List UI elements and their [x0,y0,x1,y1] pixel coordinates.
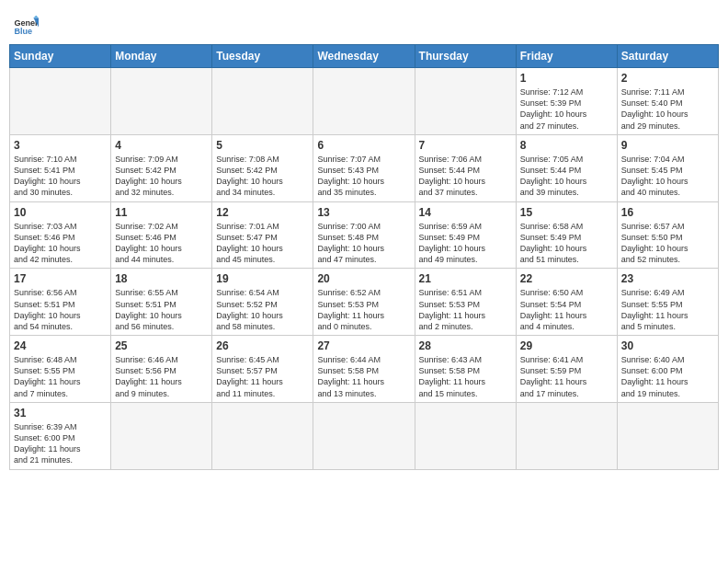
day-number: 12 [216,205,309,220]
calendar-day-cell [111,68,212,135]
day-number: 7 [419,138,512,153]
calendar-day-cell: 3Sunrise: 7:10 AM Sunset: 5:41 PM Daylig… [10,134,111,201]
day-info: Sunrise: 6:45 AM Sunset: 5:57 PM Dayligh… [216,354,309,399]
day-info: Sunrise: 7:12 AM Sunset: 5:39 PM Dayligh… [520,86,613,132]
day-number: 11 [115,205,208,220]
day-info: Sunrise: 6:56 AM Sunset: 5:51 PM Dayligh… [14,287,107,332]
calendar-day-cell: 28Sunrise: 6:43 AM Sunset: 5:58 PM Dayli… [415,336,516,403]
day-info: Sunrise: 7:10 AM Sunset: 5:41 PM Dayligh… [14,154,107,199]
calendar-day-cell [212,68,313,135]
day-number: 22 [520,271,613,286]
calendar-day-cell [313,402,415,469]
day-info: Sunrise: 7:04 AM Sunset: 5:45 PM Dayligh… [621,154,714,199]
day-info: Sunrise: 7:07 AM Sunset: 5:43 PM Dayligh… [317,154,410,199]
calendar-week-row: 24Sunrise: 6:48 AM Sunset: 5:55 PM Dayli… [10,336,719,403]
day-number: 20 [317,271,410,286]
day-info: Sunrise: 6:54 AM Sunset: 5:52 PM Dayligh… [216,287,309,332]
calendar-day-cell: 5Sunrise: 7:08 AM Sunset: 5:42 PM Daylig… [212,134,313,201]
day-number: 1 [520,71,613,86]
calendar-day-cell: 27Sunrise: 6:44 AM Sunset: 5:58 PM Dayli… [313,336,415,403]
calendar-day-cell: 11Sunrise: 7:02 AM Sunset: 5:46 PM Dayli… [111,201,212,269]
day-number: 18 [115,271,208,286]
calendar-day-cell [212,402,313,469]
calendar-day-cell: 9Sunrise: 7:04 AM Sunset: 5:45 PM Daylig… [617,134,718,201]
day-info: Sunrise: 6:57 AM Sunset: 5:50 PM Dayligh… [621,221,714,266]
day-number: 15 [520,205,613,220]
calendar-week-row: 17Sunrise: 6:56 AM Sunset: 5:51 PM Dayli… [10,269,719,336]
day-number: 31 [14,406,107,420]
day-number: 23 [621,271,714,286]
calendar-day-cell: 4Sunrise: 7:09 AM Sunset: 5:42 PM Daylig… [111,134,212,201]
day-info: Sunrise: 6:48 AM Sunset: 5:55 PM Dayligh… [14,354,107,399]
day-info: Sunrise: 6:59 AM Sunset: 5:49 PM Dayligh… [419,221,512,266]
calendar-day-cell: 29Sunrise: 6:41 AM Sunset: 5:59 PM Dayli… [516,336,617,403]
day-info: Sunrise: 6:46 AM Sunset: 5:56 PM Dayligh… [115,354,208,399]
calendar-day-cell: 22Sunrise: 6:50 AM Sunset: 5:54 PM Dayli… [516,269,617,336]
calendar-day-cell: 8Sunrise: 7:05 AM Sunset: 5:44 PM Daylig… [516,134,617,201]
calendar-day-cell: 18Sunrise: 6:55 AM Sunset: 5:51 PM Dayli… [111,269,212,336]
day-number: 16 [621,205,714,220]
calendar-week-row: 1Sunrise: 7:12 AM Sunset: 5:39 PM Daylig… [10,68,719,135]
day-number: 3 [14,138,107,153]
day-number: 30 [621,339,714,353]
calendar-body: 1Sunrise: 7:12 AM Sunset: 5:39 PM Daylig… [10,68,719,470]
svg-text:Blue: Blue [14,27,32,36]
day-info: Sunrise: 6:41 AM Sunset: 5:59 PM Dayligh… [520,354,613,399]
day-number: 14 [419,205,512,220]
day-number: 13 [317,205,410,220]
calendar-day-cell: 7Sunrise: 7:06 AM Sunset: 5:44 PM Daylig… [415,134,516,201]
calendar-day-cell: 1Sunrise: 7:12 AM Sunset: 5:39 PM Daylig… [516,68,617,135]
day-of-week-header: Tuesday [212,45,313,68]
day-number: 24 [14,339,107,353]
calendar-day-cell: 13Sunrise: 7:00 AM Sunset: 5:48 PM Dayli… [313,201,415,269]
day-number: 2 [621,71,714,86]
calendar-week-row: 10Sunrise: 7:03 AM Sunset: 5:46 PM Dayli… [10,201,719,269]
day-info: Sunrise: 6:50 AM Sunset: 5:54 PM Dayligh… [520,287,613,332]
day-number: 8 [520,138,613,153]
day-number: 28 [419,339,512,353]
day-number: 19 [216,271,309,286]
calendar-day-cell [415,402,516,469]
day-number: 6 [317,138,410,153]
svg-marker-3 [33,16,39,18]
calendar-day-cell: 31Sunrise: 6:39 AM Sunset: 6:00 PM Dayli… [10,402,111,469]
day-info: Sunrise: 7:02 AM Sunset: 5:46 PM Dayligh… [115,221,208,266]
calendar-day-cell: 17Sunrise: 6:56 AM Sunset: 5:51 PM Dayli… [10,269,111,336]
calendar-day-cell: 25Sunrise: 6:46 AM Sunset: 5:56 PM Dayli… [111,336,212,403]
day-number: 29 [520,339,613,353]
calendar-day-cell: 10Sunrise: 7:03 AM Sunset: 5:46 PM Dayli… [10,201,111,269]
calendar-day-cell: 26Sunrise: 6:45 AM Sunset: 5:57 PM Dayli… [212,336,313,403]
day-info: Sunrise: 7:09 AM Sunset: 5:42 PM Dayligh… [115,154,208,199]
calendar-day-cell: 19Sunrise: 6:54 AM Sunset: 5:52 PM Dayli… [212,269,313,336]
day-info: Sunrise: 7:00 AM Sunset: 5:48 PM Dayligh… [317,221,410,266]
day-info: Sunrise: 7:05 AM Sunset: 5:44 PM Dayligh… [520,154,613,199]
day-info: Sunrise: 6:44 AM Sunset: 5:58 PM Dayligh… [317,354,410,399]
calendar-day-cell [313,68,415,135]
calendar-day-cell: 15Sunrise: 6:58 AM Sunset: 5:49 PM Dayli… [516,201,617,269]
calendar-day-cell: 30Sunrise: 6:40 AM Sunset: 6:00 PM Dayli… [617,336,718,403]
day-info: Sunrise: 6:39 AM Sunset: 6:00 PM Dayligh… [14,421,107,466]
day-of-week-header: Sunday [10,45,111,68]
header: General Blue [9,9,719,39]
calendar-day-cell [617,402,718,469]
day-info: Sunrise: 7:06 AM Sunset: 5:44 PM Dayligh… [419,154,512,199]
day-info: Sunrise: 6:55 AM Sunset: 5:51 PM Dayligh… [115,287,208,332]
day-of-week-header: Thursday [415,45,516,68]
day-info: Sunrise: 7:03 AM Sunset: 5:46 PM Dayligh… [14,221,107,266]
day-info: Sunrise: 6:43 AM Sunset: 5:58 PM Dayligh… [419,354,512,399]
day-info: Sunrise: 7:11 AM Sunset: 5:40 PM Dayligh… [621,86,714,132]
calendar-week-row: 3Sunrise: 7:10 AM Sunset: 5:41 PM Daylig… [10,134,719,201]
day-number: 5 [216,138,309,153]
calendar-day-cell [111,402,212,469]
calendar-day-cell [415,68,516,135]
calendar-day-cell: 23Sunrise: 6:49 AM Sunset: 5:55 PM Dayli… [617,269,718,336]
day-info: Sunrise: 6:51 AM Sunset: 5:53 PM Dayligh… [419,287,512,332]
day-number: 21 [419,271,512,286]
day-of-week-header: Saturday [617,45,718,68]
day-number: 17 [14,271,107,286]
calendar-day-cell: 16Sunrise: 6:57 AM Sunset: 5:50 PM Dayli… [617,201,718,269]
logo-icon: General Blue [13,13,39,39]
day-number: 27 [317,339,410,353]
day-number: 25 [115,339,208,353]
calendar-day-cell: 20Sunrise: 6:52 AM Sunset: 5:53 PM Dayli… [313,269,415,336]
